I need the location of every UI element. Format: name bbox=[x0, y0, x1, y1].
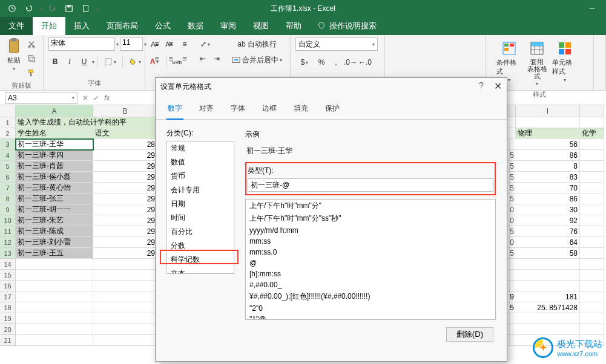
cell-b[interactable]: 29 bbox=[93, 150, 157, 161]
cell-name[interactable]: 初一三班-刘小雷 bbox=[16, 237, 93, 248]
row-header[interactable]: 2 bbox=[0, 128, 16, 139]
save-icon[interactable] bbox=[62, 2, 76, 15]
align-top[interactable]: ≡ bbox=[150, 37, 163, 51]
format-item[interactable]: yyyy/m/d h:mm bbox=[246, 225, 495, 236]
delete-button[interactable]: 删除(D) bbox=[446, 327, 493, 342]
merge-center-button[interactable]: 合并后居中 bbox=[229, 53, 285, 67]
paste-button[interactable]: 粘贴 ▾ bbox=[5, 37, 22, 71]
cell-i[interactable]: 86 bbox=[516, 193, 580, 204]
redo-icon[interactable] bbox=[45, 2, 59, 15]
title-cell[interactable]: 输入学生成绩，自动统计学科的平 bbox=[16, 117, 157, 128]
undo-more[interactable]: ▾ bbox=[40, 6, 42, 11]
cell-b[interactable]: 29 bbox=[93, 248, 157, 259]
row-header[interactable]: 4 bbox=[0, 150, 16, 161]
align-right[interactable]: ≡ bbox=[178, 52, 191, 65]
cell-i[interactable]: 86 bbox=[516, 150, 580, 161]
cell-b[interactable]: 29 bbox=[93, 237, 157, 248]
category-item[interactable]: 会计专用 bbox=[167, 183, 234, 197]
row-header[interactable]: 8 bbox=[0, 193, 16, 204]
row-header[interactable]: 7 bbox=[0, 183, 16, 193]
row-header[interactable]: 18 bbox=[0, 302, 16, 313]
col-label-i[interactable]: 物理 bbox=[516, 128, 580, 139]
indent-dec[interactable]: ⇤ bbox=[196, 52, 209, 65]
fill-color-button[interactable] bbox=[126, 55, 144, 68]
dialog-help-icon[interactable]: ? bbox=[479, 80, 484, 90]
font-size-combo[interactable]: 11 bbox=[120, 37, 143, 51]
cell-i[interactable]: 76 bbox=[516, 226, 580, 237]
category-item[interactable]: 常规 bbox=[167, 141, 234, 155]
wrap-text-button[interactable]: ab 自动换行 bbox=[229, 37, 285, 51]
col-label-a[interactable]: 学生姓名 bbox=[16, 128, 93, 139]
category-item[interactable]: 货币 bbox=[167, 169, 234, 183]
tab-formulas[interactable]: 公式 bbox=[147, 17, 179, 35]
format-item[interactable]: mm:ss.0 bbox=[246, 247, 495, 258]
orientation-button[interactable]: ⤢ bbox=[196, 37, 214, 51]
category-item[interactable]: 文本 bbox=[167, 267, 234, 274]
dlg-tab-border[interactable]: 边框 bbox=[261, 101, 278, 119]
cell-i[interactable]: 70 bbox=[516, 183, 580, 193]
cell-name[interactable]: 初一三班-王华 bbox=[16, 139, 93, 150]
align-middle[interactable]: ≡ bbox=[164, 37, 177, 51]
cell-b[interactable]: 29 bbox=[93, 204, 157, 215]
conditional-format-button[interactable]: 条件格式▾ bbox=[496, 40, 522, 83]
row-header[interactable]: 21 bbox=[0, 335, 16, 346]
cell-name[interactable]: 初一三班-朱艺 bbox=[16, 215, 93, 226]
indent-inc[interactable]: ⇥ bbox=[210, 52, 223, 65]
cell-i[interactable]: 92 bbox=[516, 215, 580, 226]
tell-me-search[interactable]: 操作说明搜索 bbox=[317, 21, 377, 31]
cell-name[interactable]: 初一三班-张三 bbox=[16, 193, 93, 204]
cell-b[interactable]: 29 bbox=[93, 215, 157, 226]
cell-i[interactable]: 56 bbox=[516, 139, 580, 150]
cell-name[interactable]: 初一三班-黄心怡 bbox=[16, 183, 93, 193]
cell-b[interactable]: 28 bbox=[93, 139, 157, 150]
row-header[interactable]: 12 bbox=[0, 237, 16, 248]
cell-name[interactable]: 初一三班-王五 bbox=[16, 248, 93, 259]
type-input[interactable] bbox=[248, 178, 493, 192]
cell-i[interactable]: 64 bbox=[516, 237, 580, 248]
format-listbox[interactable]: 上午/下午h"时"mm"分"上午/下午h"时"mm"分"ss"秒"yyyy/m/… bbox=[245, 199, 496, 320]
align-bottom[interactable]: ≡ bbox=[178, 37, 191, 51]
category-item[interactable]: 数值 bbox=[167, 155, 234, 169]
fx-icon[interactable]: fx bbox=[104, 94, 110, 102]
cell-name[interactable]: 初一三班-陈成 bbox=[16, 226, 93, 237]
italic-button[interactable]: I bbox=[63, 55, 76, 68]
underline-button[interactable]: U bbox=[77, 55, 91, 68]
category-item[interactable]: 时间 bbox=[167, 211, 234, 225]
category-item[interactable]: 分数 bbox=[167, 239, 234, 253]
select-all-corner[interactable] bbox=[0, 105, 16, 117]
category-item[interactable]: 科学记数 bbox=[167, 253, 234, 267]
tab-file[interactable]: 文件 bbox=[0, 17, 33, 35]
copy-button[interactable] bbox=[25, 52, 38, 65]
dlg-tab-font[interactable]: 字体 bbox=[229, 101, 246, 119]
inc-decimal-button[interactable]: .0→ bbox=[344, 56, 357, 69]
cell-name[interactable]: 初一三班-李四 bbox=[16, 150, 93, 161]
format-as-table-button[interactable]: 套用 表格格式▾ bbox=[524, 40, 550, 86]
row-header[interactable]: 11 bbox=[0, 226, 16, 237]
cell-name[interactable]: 初一三班-侯小磊 bbox=[16, 172, 93, 183]
category-item[interactable]: 日期 bbox=[167, 197, 234, 211]
autosave-icon[interactable] bbox=[5, 2, 19, 15]
doc-icon[interactable] bbox=[79, 2, 93, 15]
format-item[interactable]: 上午/下午h"时"mm"分" bbox=[246, 200, 495, 212]
row-header[interactable]: 14 bbox=[0, 259, 16, 270]
currency-button[interactable]: $ bbox=[295, 56, 314, 69]
undo-icon[interactable] bbox=[22, 2, 36, 15]
cell-b[interactable]: 29 bbox=[93, 226, 157, 237]
name-box[interactable]: A3▾ bbox=[5, 92, 77, 104]
format-item[interactable]: #,##0.00_ bbox=[246, 279, 495, 290]
cell-b[interactable]: 29 bbox=[93, 172, 157, 183]
number-format-combo[interactable]: 自定义▾ bbox=[295, 37, 378, 51]
tab-home[interactable]: 开始 bbox=[33, 17, 65, 35]
tab-review[interactable]: 审阅 bbox=[212, 17, 245, 35]
dlg-tab-protect[interactable]: 保护 bbox=[324, 101, 341, 119]
format-item[interactable]: "1"@ bbox=[246, 314, 495, 320]
cut-button[interactable] bbox=[25, 37, 38, 51]
cell-i[interactable]: 83 bbox=[516, 172, 580, 183]
tab-data[interactable]: 数据 bbox=[179, 17, 212, 35]
tab-view[interactable]: 视图 bbox=[245, 17, 277, 35]
tab-pagelayout[interactable]: 页面布局 bbox=[98, 17, 147, 35]
dlg-tab-fill[interactable]: 填充 bbox=[292, 101, 309, 119]
row-header[interactable]: 3 bbox=[0, 139, 16, 150]
format-item[interactable]: 上午/下午h"时"mm"分"ss"秒" bbox=[246, 212, 495, 225]
row-header[interactable]: 15 bbox=[0, 270, 16, 281]
